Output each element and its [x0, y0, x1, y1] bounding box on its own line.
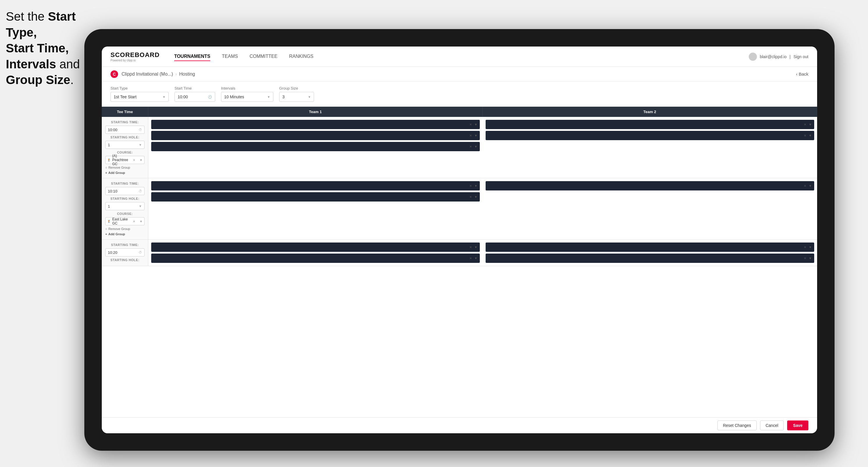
schedule-group-3: STARTING TIME: 10:20 ⏱ STARTING HOLE: ✕ …: [102, 240, 817, 266]
g1-starting-hole-input[interactable]: 1 ▼: [105, 141, 145, 149]
tablet-device: SCOREBOARD Powered by clipp.io TOURNAMEN…: [84, 29, 835, 451]
g3-team2-cell: ✕ ▼ ✕ ▼: [483, 240, 817, 266]
g1-t1-p2-arrow[interactable]: ▼: [474, 134, 477, 137]
schedule-table: Tee Time Team 1 Team 2 STARTING TIME: 10…: [102, 107, 817, 266]
g1-starting-hole-value: 1: [108, 143, 110, 147]
nav-teams[interactable]: TEAMS: [222, 52, 238, 61]
g2-team2-cell: ✕ ▼: [483, 178, 817, 239]
g3-clock-icon: ⏱: [139, 251, 142, 254]
nav-tournaments[interactable]: TOURNAMENTS: [174, 52, 210, 61]
g3-t2-player-2: ✕ ▼: [486, 254, 814, 263]
g1-starting-hole-label: STARTING HOLE:: [105, 135, 145, 139]
sign-out-link[interactable]: Sign out: [794, 54, 808, 59]
group-size-input[interactable]: 3 ▼: [279, 92, 314, 102]
g1-add-group-btn[interactable]: + Add Group: [105, 171, 145, 175]
user-avatar: [749, 53, 757, 61]
g3-t2-p2-x[interactable]: ✕: [804, 256, 806, 260]
g3-starting-time-value: 10:20: [108, 250, 118, 255]
g3-t2-p1-x[interactable]: ✕: [804, 245, 806, 249]
main-content: Start Type 1st Tee Start ▼ Start Time 10…: [102, 82, 817, 417]
g2-starting-time-input[interactable]: 10:10 ⏱: [105, 187, 145, 195]
breadcrumb-bar: C Clippd Invitational (Mo...) › Hosting …: [102, 67, 817, 82]
g1-remove-group-btn[interactable]: ○ Remove Group: [105, 166, 145, 169]
g2-starting-time-value: 10:10: [108, 189, 118, 193]
g2-t1-p1-arrow[interactable]: ▼: [474, 184, 477, 188]
g2-t1-p2-x[interactable]: ✕: [469, 195, 472, 199]
g2-t2-p1-arrow[interactable]: ▼: [809, 184, 812, 188]
g1-team1-cell: ✕ ▼ ✕ ▼ ✕ ▼: [148, 117, 483, 178]
breadcrumb-tournament[interactable]: Clippd Invitational (Mo...): [122, 71, 173, 77]
g1-t2-p2-x[interactable]: ✕: [804, 134, 806, 137]
start-time-input[interactable]: 10:00 🕙: [175, 92, 215, 102]
g3-starting-time-label: STARTING TIME:: [105, 243, 145, 247]
cancel-button[interactable]: Cancel: [760, 421, 784, 430]
g3-t2-player-1: ✕ ▼: [486, 243, 814, 252]
intervals-select[interactable]: 10 Minutes ▼: [221, 92, 273, 102]
instruction-text: Set the Start Type,Start Time,Intervals …: [6, 9, 96, 88]
g2-course-icon: 🏌: [107, 220, 111, 223]
start-time-label: Start Time: [175, 86, 215, 90]
g2-hole-arrow-icon: ▼: [139, 205, 142, 208]
g3-t1-p2-arrow[interactable]: ▼: [474, 256, 477, 260]
start-time-group: Start Time 10:00 🕙: [175, 86, 215, 102]
group-size-value: 3: [282, 94, 285, 99]
schedule-group-2: STARTING TIME: 10:10 ⏱ STARTING HOLE: 1 …: [102, 178, 817, 240]
g1-remove-label: Remove Group: [108, 166, 130, 169]
g1-t1-player-2: ✕ ▼: [151, 131, 480, 140]
g2-course-label: COURSE:: [105, 212, 145, 215]
group-2-left: STARTING TIME: 10:10 ⏱ STARTING HOLE: 1 …: [102, 178, 148, 239]
logo-area: SCOREBOARD Powered by clipp.io: [111, 51, 160, 62]
breadcrumb-current: Hosting: [179, 71, 195, 77]
g2-starting-hole-input[interactable]: 1 ▼: [105, 202, 145, 210]
g1-t1-p1-arrow[interactable]: ▼: [474, 123, 477, 126]
g1-t1-p3-x[interactable]: ✕: [469, 145, 472, 149]
logo-sub: Powered by clipp.io: [111, 59, 160, 62]
g1-t1-p2-x[interactable]: ✕: [469, 134, 472, 137]
start-type-select[interactable]: 1st Tee Start ▼: [111, 92, 169, 102]
g2-t2-p1-x[interactable]: ✕: [804, 184, 806, 188]
g1-t2-p1-x[interactable]: ✕: [804, 123, 806, 126]
nav-separator: |: [789, 54, 790, 59]
col-team1: Team 1: [148, 107, 483, 117]
g2-starting-time-label: STARTING TIME:: [105, 182, 145, 185]
nav-links: TOURNAMENTS TEAMS COMMITTEE RANKINGS: [174, 52, 749, 61]
g2-t1-p2-arrow[interactable]: ▼: [474, 195, 477, 198]
g2-t1-player-1: ✕ ▼: [151, 181, 480, 190]
g2-team1-cell: ✕ ▼ ✕ ▼: [148, 178, 483, 239]
g1-course-arrow-icon: ▼: [140, 158, 143, 162]
back-button[interactable]: ‹ Back: [796, 71, 808, 76]
g1-t2-p2-arrow[interactable]: ▼: [809, 134, 812, 137]
nav-rankings[interactable]: RANKINGS: [289, 52, 313, 61]
breadcrumb-separator: ›: [175, 71, 177, 77]
g1-t1-p1-x[interactable]: ✕: [469, 123, 472, 126]
g2-remove-group-btn[interactable]: ○ Remove Group: [105, 227, 145, 230]
bold-start-type: Start Type,Start Time,Intervals: [6, 9, 75, 71]
g3-t1-p1-arrow[interactable]: ▼: [474, 245, 477, 249]
g2-add-group-btn[interactable]: + Add Group: [105, 232, 145, 236]
g3-starting-time-input[interactable]: 10:20 ⏱: [105, 248, 145, 256]
group-3-left: STARTING TIME: 10:20 ⏱ STARTING HOLE:: [102, 240, 148, 266]
g3-t1-p2-x[interactable]: ✕: [469, 256, 472, 260]
g2-course-remove-icon[interactable]: ✕: [133, 220, 135, 223]
g3-t2-p2-arrow[interactable]: ▼: [809, 256, 812, 260]
g2-t1-p1-x[interactable]: ✕: [469, 184, 472, 188]
g1-add-label: Add Group: [108, 171, 125, 175]
g3-t2-p1-arrow[interactable]: ▼: [809, 245, 812, 249]
g3-t1-p1-x[interactable]: ✕: [469, 245, 472, 249]
g1-t2-player-2: ✕ ▼: [486, 131, 814, 140]
g2-course-tag[interactable]: 🏌 East Lake GC ✕ ▼: [105, 217, 145, 225]
g1-t1-player-1: ✕ ▼: [151, 120, 480, 129]
g1-starting-time-input[interactable]: 10:00 ⏱: [105, 126, 145, 134]
reset-changes-button[interactable]: Reset Changes: [717, 421, 756, 430]
group-1-left: STARTING TIME: 10:00 ⏱ STARTING HOLE: 1 …: [102, 117, 148, 178]
g1-course-remove-icon[interactable]: ✕: [133, 158, 135, 162]
g1-course-tag[interactable]: 🏌 (A) Peachtree GC ✕ ▼: [105, 156, 145, 164]
g1-t2-p1-arrow[interactable]: ▼: [809, 123, 812, 126]
g2-clock-icon: ⏱: [139, 189, 142, 193]
save-button[interactable]: Save: [787, 421, 808, 430]
g2-starting-hole-value: 1: [108, 204, 110, 209]
g2-remove-icon: ○: [105, 227, 107, 230]
nav-committee[interactable]: COMMITTEE: [249, 52, 277, 61]
g2-add-icon: +: [105, 232, 107, 236]
g1-t1-p3-arrow[interactable]: ▼: [474, 145, 477, 148]
